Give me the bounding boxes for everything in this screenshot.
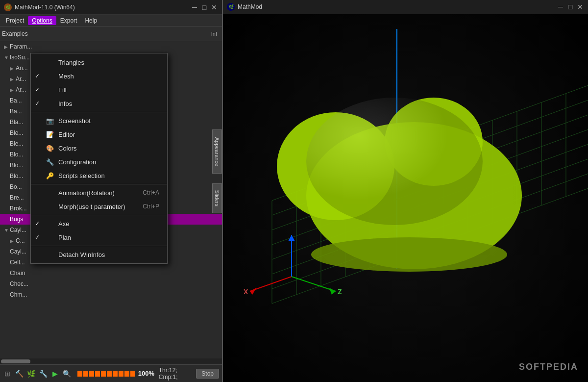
- toolbar-icon-3[interactable]: 🌿: [27, 368, 36, 379]
- 3d-viewport[interactable]: X Z SOFTPEDIA: [223, 14, 588, 382]
- dropdown-item-morph[interactable]: Morph(use t parameter) Ctrl+P: [31, 200, 167, 213]
- svg-line-7: [272, 164, 588, 289]
- maximize-btn-2[interactable]: □: [566, 3, 574, 11]
- dropdown-item-animation[interactable]: Animation(Rotation) Ctrl+A: [31, 186, 167, 200]
- tree-hscroll-thumb[interactable]: [1, 359, 30, 363]
- appearance-tab[interactable]: Appearance: [212, 129, 222, 174]
- dropdown-item-detach[interactable]: Detach WinInfos: [31, 248, 167, 261]
- menu-export[interactable]: Export: [56, 16, 81, 25]
- maximize-btn-1[interactable]: □: [200, 3, 208, 11]
- softpedia-watermark: SOFTPEDIA: [519, 362, 578, 372]
- options-dropdown: Triangles ✓ Mesh ✓ Fill: [30, 53, 168, 264]
- dropdown-item-mesh[interactable]: ✓ Mesh: [31, 69, 167, 83]
- top-bar: Examples Inf: [0, 26, 222, 41]
- toolbar-icon-2[interactable]: 🔨: [15, 368, 24, 379]
- dropdown-item-editor[interactable]: 📝 Editor: [31, 127, 167, 141]
- dropdown-item-configuration[interactable]: 🔧 Configuration: [31, 155, 167, 169]
- window2-titlebar: 🌿 MathMod ─ □ ✕: [223, 0, 588, 14]
- window1-titlebar: 🌿 MathMod-11.0 (Win64) ─ □ ✕: [0, 0, 222, 15]
- svg-point-25: [277, 112, 394, 220]
- status-text: Thr:12; Cmp:1;: [159, 367, 192, 381]
- svg-marker-35: [329, 288, 336, 295]
- minimize-btn-2[interactable]: ─: [557, 3, 564, 11]
- svg-marker-33: [288, 235, 295, 241]
- dropdown-item-colors[interactable]: 🎨 Colors: [31, 141, 167, 155]
- app-icon-1: 🌿: [4, 3, 12, 11]
- toolbar-icon-5[interactable]: ▶: [50, 368, 59, 379]
- dropdown-item-scripts-selection[interactable]: 🔑 Scripts selection: [31, 169, 167, 182]
- svg-line-2: [272, 90, 588, 215]
- toolbar-icon-6[interactable]: 🔍: [62, 368, 71, 379]
- examples-label: Examples: [2, 30, 28, 37]
- tree-item-chain[interactable]: Chain: [0, 268, 222, 279]
- svg-line-34: [292, 277, 336, 291]
- dropdown-item-axe[interactable]: ✓ Axe: [31, 217, 167, 230]
- menubar: Project Options Export Help: [0, 15, 222, 26]
- svg-marker-30: [250, 288, 256, 295]
- svg-line-5: [272, 134, 588, 259]
- menu-project[interactable]: Project: [2, 16, 28, 25]
- toolbar-icon-4[interactable]: 🔧: [39, 368, 48, 379]
- menu-options[interactable]: Options: [28, 16, 56, 25]
- list-item[interactable]: Chm...: [0, 289, 222, 300]
- stop-button[interactable]: Stop: [196, 369, 219, 379]
- svg-line-4: [272, 120, 588, 245]
- svg-line-3: [272, 105, 588, 230]
- dropdown-item-infos[interactable]: ✓ Infos: [31, 97, 167, 110]
- viewport-svg: X Z: [223, 14, 588, 382]
- svg-line-1: [272, 76, 588, 201]
- toolbar-icon-1[interactable]: ⊞: [3, 368, 12, 379]
- svg-text:X: X: [244, 288, 248, 296]
- close-btn-2[interactable]: ✕: [576, 3, 584, 11]
- svg-point-26: [385, 98, 483, 186]
- dropdown-item-triangles[interactable]: Triangles: [31, 55, 167, 69]
- dropdown-item-fill[interactable]: ✓ Fill: [31, 83, 167, 97]
- svg-line-29: [250, 277, 292, 291]
- svg-point-28: [306, 98, 483, 225]
- window1-title: MathMod-11.0 (Win64): [15, 4, 75, 11]
- close-btn-1[interactable]: ✕: [210, 3, 218, 11]
- list-item[interactable]: Chec...: [0, 279, 222, 289]
- svg-point-24: [306, 122, 522, 269]
- window2-title: MathMod: [238, 3, 262, 10]
- menu-help[interactable]: Help: [81, 16, 101, 25]
- svg-point-27: [311, 237, 507, 272]
- svg-line-8: [272, 178, 588, 304]
- sliders-tab[interactable]: Sliders: [212, 183, 222, 213]
- minimize-btn-1[interactable]: ─: [191, 3, 198, 11]
- dropdown-item-plan[interactable]: ✓ Plan: [31, 230, 167, 244]
- dropdown-item-screenshot[interactable]: 📷 Screenshot: [31, 114, 167, 127]
- svg-text:Z: Z: [338, 288, 342, 296]
- bottom-toolbar: ⊞ 🔨 🌿 🔧 ▶ 🔍 100% Thr:12; Cmp:1;: [0, 364, 222, 382]
- progress-bar: [77, 371, 135, 377]
- tree-hscrollbar[interactable]: [0, 358, 222, 364]
- progress-pct: 100%: [138, 370, 156, 377]
- app-icon-2: 🌿: [227, 3, 235, 11]
- svg-line-6: [272, 149, 588, 274]
- tree-item-param[interactable]: ▶Param...: [0, 41, 222, 52]
- inf-button[interactable]: Inf: [208, 30, 220, 38]
